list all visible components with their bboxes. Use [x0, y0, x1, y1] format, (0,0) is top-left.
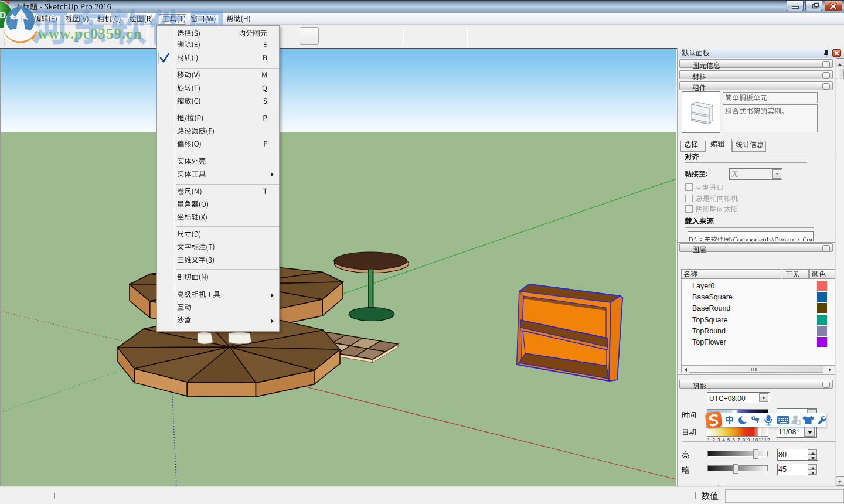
svg-text:3D: 3D	[0, 10, 6, 20]
